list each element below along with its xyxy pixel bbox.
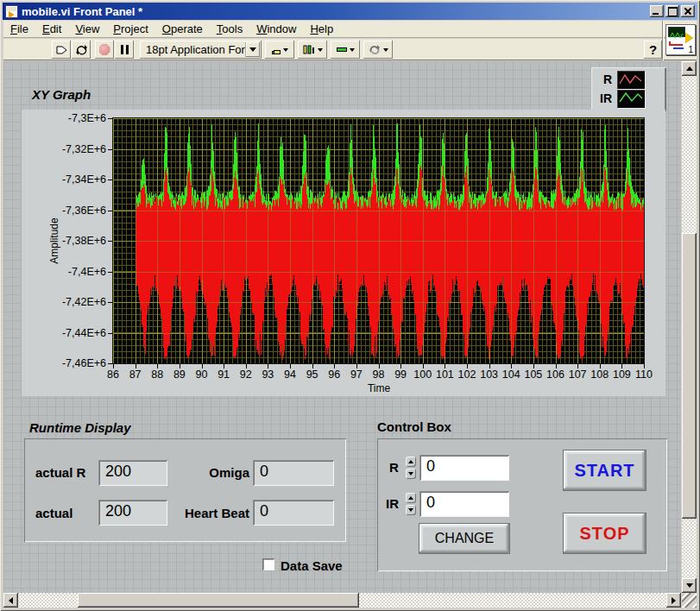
stop-button-label: STOP <box>579 524 629 544</box>
menu-edit[interactable]: Edit <box>35 21 68 38</box>
vi-badge: 1 <box>688 45 693 54</box>
legend-swatch-r-icon[interactable] <box>617 71 645 89</box>
maximize-button[interactable] <box>665 5 679 17</box>
menu-window[interactable]: Window <box>249 21 303 38</box>
vertical-scroll-thumb[interactable] <box>682 233 697 519</box>
x-tick-mark <box>600 364 601 368</box>
r-input[interactable]: 0 <box>419 455 509 481</box>
scroll-down-button[interactable] <box>682 578 697 593</box>
x-axis-label: Time <box>357 382 400 394</box>
menu-project[interactable]: Project <box>106 21 155 38</box>
x-tick-mark <box>577 364 578 368</box>
scroll-left-button[interactable] <box>3 593 18 608</box>
vi-waveform-icon <box>668 27 685 37</box>
font-selector[interactable]: 18pt Application Font <box>140 41 262 59</box>
x-tick-mark <box>180 364 180 368</box>
x-tick-mark <box>334 364 335 368</box>
x-tick-mark <box>290 364 291 368</box>
ir-decrement-icon[interactable] <box>406 505 416 515</box>
help-button[interactable]: ? <box>644 41 662 59</box>
menu-help[interactable]: Help <box>303 21 340 38</box>
x-tick-mark <box>511 364 512 368</box>
horizontal-scrollbar[interactable] <box>3 593 681 608</box>
x-tick-mark <box>113 364 114 368</box>
actual-indicator: 200 <box>98 500 167 526</box>
reorder-objects-dropdown[interactable] <box>363 41 393 59</box>
align-objects-icon <box>272 42 281 58</box>
reorder-icon <box>369 44 381 55</box>
abort-button[interactable] <box>95 41 114 59</box>
omiga-label: Omiga <box>180 466 249 480</box>
actual-label: actual <box>35 507 73 520</box>
x-tick-mark <box>644 364 645 368</box>
y-tick-label: -7,42E+6 <box>22 296 106 308</box>
x-tick-mark <box>312 364 313 368</box>
x-tick-mark <box>136 364 136 368</box>
left-arrow-icon <box>9 597 13 604</box>
align-objects-dropdown[interactable] <box>265 41 294 59</box>
menu-view[interactable]: View <box>68 21 106 38</box>
y-tick-label: -7,4E+6 <box>22 266 106 278</box>
vi-file-icon <box>5 5 18 18</box>
r-increment-icon[interactable] <box>406 457 416 467</box>
heart-beat-label: Heart Beat <box>172 507 249 520</box>
menu-bar: File Edit View Project Operate Tools Win… <box>3 21 697 38</box>
legend-row-r[interactable]: R <box>595 70 662 89</box>
y-tick-label: -7,38E+6 <box>22 235 106 247</box>
font-selector-arrow[interactable] <box>245 42 260 57</box>
distribute-objects-dropdown[interactable] <box>298 41 327 59</box>
menu-file[interactable]: File <box>3 21 35 38</box>
minimize-button[interactable] <box>650 5 664 17</box>
ir-increment-icon[interactable] <box>406 493 416 503</box>
labview-window: mobile.vi Front Panel * File Edit View P… <box>0 0 700 611</box>
distribute-objects-icon <box>303 44 315 55</box>
abort-octagon-icon <box>99 44 110 55</box>
stop-button[interactable]: STOP <box>563 513 646 554</box>
y-tick-label: -7,34E+6 <box>22 173 106 186</box>
resize-objects-dropdown[interactable] <box>331 41 360 59</box>
plot-legend: R IR <box>591 67 665 110</box>
vi-arrow-icon <box>685 33 693 43</box>
ir-spinner[interactable] <box>406 493 416 515</box>
horizontal-scroll-thumb[interactable] <box>78 593 359 608</box>
r-decrement-icon[interactable] <box>406 469 416 479</box>
legend-row-ir[interactable]: IR <box>595 89 662 108</box>
pause-button[interactable] <box>115 41 134 59</box>
resize-grip[interactable] <box>682 593 697 608</box>
y-tick-label: -7,44E+6 <box>22 327 106 339</box>
run-button[interactable] <box>52 41 71 59</box>
window-title: mobile.vi Front Panel * <box>22 5 648 18</box>
ir-input[interactable]: 0 <box>419 491 509 517</box>
run-continuously-button[interactable] <box>72 41 91 59</box>
actual-r-label: actual R <box>35 466 85 480</box>
start-button-label: START <box>574 461 634 481</box>
change-button-label: CHANGE <box>435 531 494 546</box>
menu-operate[interactable]: Operate <box>155 21 210 38</box>
data-save-checkbox[interactable] <box>262 558 274 570</box>
title-bar[interactable]: mobile.vi Front Panel * <box>3 3 697 20</box>
x-tick-mark <box>268 364 268 368</box>
pause-icon <box>121 45 129 54</box>
start-button[interactable]: START <box>563 450 646 491</box>
control-box-title: Control Box <box>377 419 451 434</box>
scroll-right-button[interactable] <box>666 593 681 608</box>
r-spinner[interactable] <box>406 457 416 479</box>
vi-icon[interactable]: 1 <box>665 24 696 55</box>
legend-swatch-ir-icon[interactable] <box>617 90 645 108</box>
x-tick-mark <box>157 364 158 368</box>
omiga-indicator: 0 <box>253 460 334 486</box>
x-tick-mark <box>445 364 445 368</box>
x-tick-mark <box>356 364 357 368</box>
x-tick-mark <box>423 364 424 368</box>
x-tick-mark <box>379 364 380 368</box>
actual-r-indicator: 200 <box>98 460 167 486</box>
close-button[interactable] <box>681 5 695 17</box>
runtime-display-box <box>24 438 346 542</box>
data-save-label: Data Save <box>281 559 343 573</box>
vertical-scrollbar[interactable] <box>682 61 697 593</box>
scroll-up-button[interactable] <box>682 61 697 76</box>
toolbar: 18pt Application Font ? <box>3 39 697 60</box>
menu-tools[interactable]: Tools <box>210 21 249 38</box>
up-arrow-icon <box>686 66 693 71</box>
change-button[interactable]: CHANGE <box>419 523 510 554</box>
